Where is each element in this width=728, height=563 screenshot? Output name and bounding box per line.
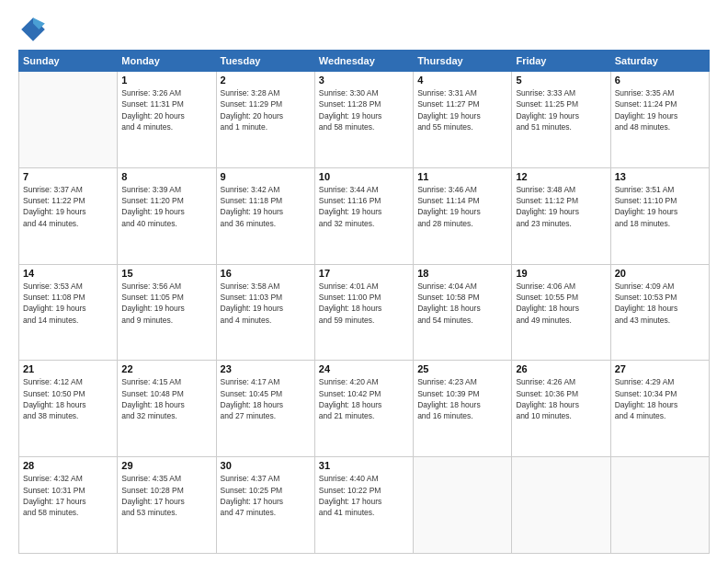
day-info: Sunrise: 4:12 AM Sunset: 10:50 PM Daylig…	[23, 376, 113, 421]
calendar-cell: 20Sunrise: 4:09 AM Sunset: 10:53 PM Dayl…	[610, 264, 709, 361]
day-info: Sunrise: 4:06 AM Sunset: 10:55 PM Daylig…	[516, 281, 606, 326]
calendar-cell	[19, 72, 118, 168]
day-info: Sunrise: 3:28 AM Sunset: 11:29 PM Daylig…	[221, 87, 311, 132]
day-number: 12	[516, 171, 606, 182]
calendar-table: SundayMondayTuesdayWednesdayThursdayFrid…	[18, 50, 710, 554]
day-info: Sunrise: 3:48 AM Sunset: 11:12 PM Daylig…	[516, 184, 606, 229]
calendar-cell: 25Sunrise: 4:23 AM Sunset: 10:39 PM Dayl…	[414, 361, 512, 457]
day-info: Sunrise: 3:31 AM Sunset: 11:27 PM Daylig…	[417, 87, 507, 132]
calendar-cell: 28Sunrise: 4:32 AM Sunset: 10:31 PM Dayl…	[19, 457, 118, 554]
col-header-thursday: Thursday	[414, 51, 512, 72]
day-number: 14	[23, 268, 113, 279]
calendar-cell: 12Sunrise: 3:48 AM Sunset: 11:12 PM Dayl…	[512, 167, 610, 264]
day-info: Sunrise: 3:26 AM Sunset: 11:31 PM Daylig…	[121, 87, 211, 132]
calendar-header-row: SundayMondayTuesdayWednesdayThursdayFrid…	[19, 51, 710, 72]
day-info: Sunrise: 3:35 AM Sunset: 11:24 PM Daylig…	[615, 87, 705, 132]
calendar-week-3: 14Sunrise: 3:53 AM Sunset: 11:08 PM Dayl…	[19, 264, 710, 361]
day-number: 1	[121, 75, 211, 86]
day-number: 23	[221, 363, 311, 374]
day-number: 17	[319, 268, 409, 279]
day-info: Sunrise: 4:01 AM Sunset: 11:00 PM Daylig…	[319, 281, 409, 326]
day-info: Sunrise: 3:33 AM Sunset: 11:25 PM Daylig…	[516, 87, 606, 132]
day-info: Sunrise: 4:23 AM Sunset: 10:39 PM Daylig…	[417, 376, 507, 421]
col-header-monday: Monday	[118, 51, 216, 72]
day-number: 27	[615, 363, 705, 374]
day-info: Sunrise: 4:26 AM Sunset: 10:36 PM Daylig…	[516, 376, 606, 421]
day-number: 21	[23, 363, 113, 374]
logo-icon	[18, 15, 48, 44]
day-info: Sunrise: 3:37 AM Sunset: 11:22 PM Daylig…	[23, 184, 113, 229]
calendar-cell: 29Sunrise: 4:35 AM Sunset: 10:28 PM Dayl…	[118, 457, 216, 554]
calendar-cell	[414, 457, 512, 554]
calendar-cell: 3Sunrise: 3:30 AM Sunset: 11:28 PM Dayli…	[314, 72, 413, 168]
col-header-wednesday: Wednesday	[314, 51, 413, 72]
day-info: Sunrise: 4:04 AM Sunset: 10:58 PM Daylig…	[417, 281, 507, 326]
day-number: 22	[121, 363, 211, 374]
calendar-cell: 14Sunrise: 3:53 AM Sunset: 11:08 PM Dayl…	[19, 264, 118, 361]
day-number: 6	[615, 75, 705, 86]
day-info: Sunrise: 3:56 AM Sunset: 11:05 PM Daylig…	[121, 281, 211, 326]
day-info: Sunrise: 3:39 AM Sunset: 11:20 PM Daylig…	[121, 184, 211, 229]
day-info: Sunrise: 4:20 AM Sunset: 10:42 PM Daylig…	[319, 376, 409, 421]
calendar-cell: 8Sunrise: 3:39 AM Sunset: 11:20 PM Dayli…	[118, 167, 216, 264]
calendar-cell	[512, 457, 610, 554]
day-number: 26	[516, 363, 606, 374]
day-info: Sunrise: 3:44 AM Sunset: 11:16 PM Daylig…	[319, 184, 409, 229]
day-info: Sunrise: 4:40 AM Sunset: 10:22 PM Daylig…	[319, 473, 409, 518]
col-header-saturday: Saturday	[610, 51, 709, 72]
calendar-cell: 5Sunrise: 3:33 AM Sunset: 11:25 PM Dayli…	[512, 72, 610, 168]
day-number: 15	[121, 268, 211, 279]
day-number: 20	[615, 268, 705, 279]
day-number: 13	[615, 171, 705, 182]
day-number: 10	[319, 171, 409, 182]
day-info: Sunrise: 3:53 AM Sunset: 11:08 PM Daylig…	[23, 281, 113, 326]
calendar-week-5: 28Sunrise: 4:32 AM Sunset: 10:31 PM Dayl…	[19, 457, 710, 554]
calendar-cell: 26Sunrise: 4:26 AM Sunset: 10:36 PM Dayl…	[512, 361, 610, 457]
calendar-week-1: 1Sunrise: 3:26 AM Sunset: 11:31 PM Dayli…	[19, 72, 710, 168]
day-number: 16	[221, 268, 311, 279]
day-info: Sunrise: 4:09 AM Sunset: 10:53 PM Daylig…	[615, 281, 705, 326]
calendar-cell: 30Sunrise: 4:37 AM Sunset: 10:25 PM Dayl…	[216, 457, 314, 554]
day-number: 2	[221, 75, 311, 86]
day-info: Sunrise: 4:32 AM Sunset: 10:31 PM Daylig…	[23, 473, 113, 518]
day-number: 7	[23, 171, 113, 182]
calendar-cell: 13Sunrise: 3:51 AM Sunset: 11:10 PM Dayl…	[610, 167, 709, 264]
day-info: Sunrise: 4:29 AM Sunset: 10:34 PM Daylig…	[615, 376, 705, 421]
calendar-cell: 24Sunrise: 4:20 AM Sunset: 10:42 PM Dayl…	[314, 361, 413, 457]
day-number: 19	[516, 268, 606, 279]
day-number: 31	[319, 460, 409, 471]
day-number: 30	[221, 460, 311, 471]
calendar-cell: 15Sunrise: 3:56 AM Sunset: 11:05 PM Dayl…	[118, 264, 216, 361]
day-number: 9	[221, 171, 311, 182]
day-info: Sunrise: 3:30 AM Sunset: 11:28 PM Daylig…	[319, 87, 409, 132]
day-info: Sunrise: 3:46 AM Sunset: 11:14 PM Daylig…	[417, 184, 507, 229]
col-header-tuesday: Tuesday	[216, 51, 314, 72]
col-header-friday: Friday	[512, 51, 610, 72]
day-info: Sunrise: 4:15 AM Sunset: 10:48 PM Daylig…	[121, 376, 211, 421]
calendar-cell: 31Sunrise: 4:40 AM Sunset: 10:22 PM Dayl…	[314, 457, 413, 554]
day-number: 24	[319, 363, 409, 374]
calendar-cell: 23Sunrise: 4:17 AM Sunset: 10:45 PM Dayl…	[216, 361, 314, 457]
calendar-cell: 7Sunrise: 3:37 AM Sunset: 11:22 PM Dayli…	[19, 167, 118, 264]
calendar-cell: 18Sunrise: 4:04 AM Sunset: 10:58 PM Dayl…	[414, 264, 512, 361]
calendar-cell: 22Sunrise: 4:15 AM Sunset: 10:48 PM Dayl…	[118, 361, 216, 457]
calendar-cell: 21Sunrise: 4:12 AM Sunset: 10:50 PM Dayl…	[19, 361, 118, 457]
day-info: Sunrise: 3:58 AM Sunset: 11:03 PM Daylig…	[221, 281, 311, 326]
day-number: 4	[417, 75, 507, 86]
day-number: 28	[23, 460, 113, 471]
logo	[18, 15, 51, 44]
calendar-cell: 16Sunrise: 3:58 AM Sunset: 11:03 PM Dayl…	[216, 264, 314, 361]
calendar-cell: 11Sunrise: 3:46 AM Sunset: 11:14 PM Dayl…	[414, 167, 512, 264]
calendar-cell: 4Sunrise: 3:31 AM Sunset: 11:27 PM Dayli…	[414, 72, 512, 168]
day-number: 5	[516, 75, 606, 86]
day-number: 11	[417, 171, 507, 182]
day-number: 29	[121, 460, 211, 471]
calendar-cell: 9Sunrise: 3:42 AM Sunset: 11:18 PM Dayli…	[216, 167, 314, 264]
day-info: Sunrise: 4:35 AM Sunset: 10:28 PM Daylig…	[121, 473, 211, 518]
header	[18, 15, 710, 44]
calendar-cell: 1Sunrise: 3:26 AM Sunset: 11:31 PM Dayli…	[118, 72, 216, 168]
calendar-cell: 6Sunrise: 3:35 AM Sunset: 11:24 PM Dayli…	[610, 72, 709, 168]
calendar-cell	[610, 457, 709, 554]
calendar-cell: 2Sunrise: 3:28 AM Sunset: 11:29 PM Dayli…	[216, 72, 314, 168]
calendar-week-2: 7Sunrise: 3:37 AM Sunset: 11:22 PM Dayli…	[19, 167, 710, 264]
